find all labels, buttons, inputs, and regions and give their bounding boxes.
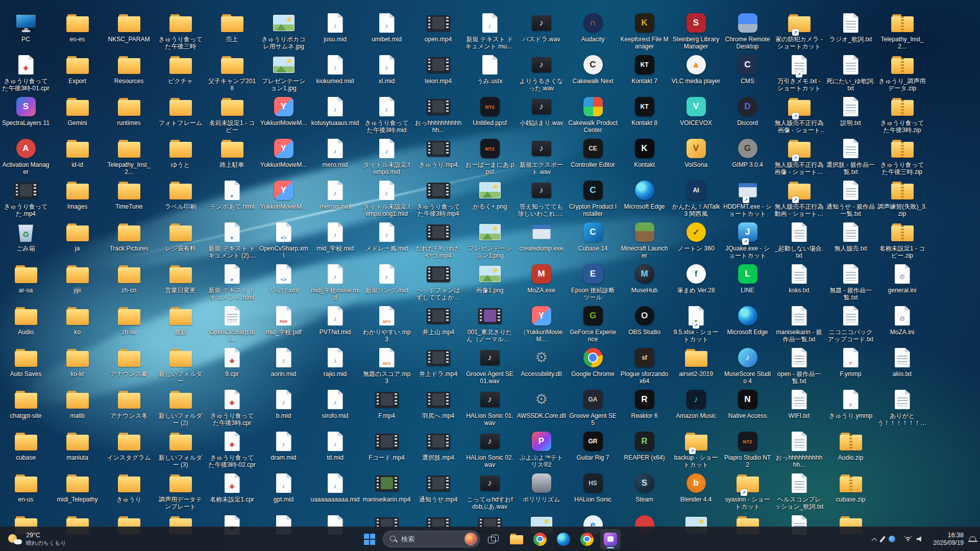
desktop-icon[interactable]: ksks.txt bbox=[773, 262, 825, 294]
desktop-icon[interactable]: ∩Audacity bbox=[567, 11, 619, 43]
desktop-icon[interactable]: Y（YukkuriMovieM... bbox=[516, 304, 567, 343]
desktop-icon[interactable]: NT2Untitled.ppsf bbox=[464, 95, 516, 127]
desktop-icon[interactable]: ♪Amazon Music bbox=[670, 388, 722, 419]
desktop-icon[interactable]: midi_Telepathy bbox=[52, 471, 103, 503]
desktop-icon[interactable]: Google Chrome bbox=[567, 346, 619, 378]
desktop-icon[interactable]: Audio.zip bbox=[825, 430, 876, 461]
desktop-icon[interactable]: ♪b.mid bbox=[258, 388, 309, 419]
search-input[interactable]: 検索 bbox=[383, 531, 480, 547]
desktop-icon[interactable]: きゅうり食ってた午後三時.zip bbox=[876, 137, 928, 176]
desktop-icon[interactable]: ♪PVTNd.mid bbox=[309, 304, 361, 336]
desktop-icon[interactable]: ♪sirofo.mid bbox=[309, 388, 361, 419]
desktop-icon[interactable]: TimeTune bbox=[103, 179, 155, 210]
desktop-icon[interactable]: ◆きゅうり食ってた午後3時.cpr bbox=[206, 388, 258, 427]
desktop-icon[interactable]: NNative Access bbox=[722, 388, 773, 419]
desktop-icon[interactable]: プレゼンテーション1.png bbox=[464, 220, 516, 259]
desktop-icon[interactable]: KTKontakt 8 bbox=[619, 95, 670, 127]
desktop-icon[interactable]: open.mp4 bbox=[412, 11, 464, 43]
desktop-icon[interactable]: ポリリリズム bbox=[516, 471, 567, 503]
desktop-icon[interactable]: ♪タイトル未設定.tempo.mid bbox=[361, 137, 412, 176]
desktop-icon[interactable]: maniseikarin.mp4 bbox=[361, 471, 412, 503]
active-app-taskbar-button[interactable] bbox=[600, 529, 621, 549]
desktop-icon[interactable]: ♪kotusytuaaus.mid bbox=[309, 95, 361, 127]
desktop-icon[interactable]: ♪タイトル未設定.tempo.ong1.mid bbox=[361, 179, 412, 217]
desktop-icon[interactable]: ラジオ_歌詞.txt bbox=[825, 11, 876, 43]
desktop-icon[interactable]: ♪uaaaaaaaaaa.mid bbox=[309, 471, 361, 503]
desktop-icon[interactable]: 父子キャンプ2018 bbox=[206, 53, 258, 92]
desktop-icon[interactable]: SSteinberg Library Manager bbox=[670, 11, 722, 50]
desktop-icon[interactable]: ar-sa bbox=[0, 262, 52, 294]
desktop-icon[interactable]: cubase.zip bbox=[825, 471, 876, 503]
desktop-icon[interactable]: NKSC_PARAM bbox=[103, 11, 155, 43]
desktop-icon[interactable]: es-es bbox=[52, 11, 103, 43]
desktop-icon[interactable]: ♪dram.mid bbox=[258, 430, 309, 461]
desktop-icon[interactable]: ⚙AWSSDK.Core.dll bbox=[516, 388, 567, 419]
desktop-icon[interactable]: ↗家の防犯カメラ - ショートカット bbox=[773, 11, 825, 50]
desktop-icon[interactable]: ありがとう！！！！！！.txt bbox=[876, 388, 928, 427]
desktop-icon[interactable]: akis.txt bbox=[876, 346, 928, 378]
desktop-icon[interactable]: OpenCvSharp.dll... bbox=[206, 304, 258, 343]
desktop-icon[interactable]: VVoiSona bbox=[670, 137, 722, 168]
desktop-icon[interactable]: 死にたい_ゆ歌詞.txt bbox=[825, 53, 876, 92]
clock[interactable]: 16:38 2025/09/19 bbox=[933, 531, 964, 547]
desktop-icon[interactable]: Auto Saves bbox=[0, 346, 52, 378]
desktop-icon[interactable]: YYukkuriMovieM... bbox=[258, 95, 309, 127]
desktop-icon[interactable]: OOBS Studio bbox=[619, 304, 670, 336]
desktop-icon[interactable]: 001_東北きりたん（ノーマル）_今じゃ... bbox=[464, 304, 516, 343]
start-button[interactable] bbox=[359, 529, 380, 549]
desktop-icon[interactable]: HSHALion Sonic bbox=[567, 471, 619, 503]
desktop-icon[interactable]: ニコニコバックアップコード.txt bbox=[825, 304, 876, 343]
desktop-icon[interactable]: きゅうり食ってた午後3時.mp4 bbox=[412, 179, 464, 217]
google-chrome-taskbar-button[interactable] bbox=[530, 529, 550, 549]
desktop-icon[interactable]: PC bbox=[0, 11, 52, 43]
desktop-icon[interactable]: Chrome Remote Desktop bbox=[722, 11, 773, 50]
desktop-icon[interactable]: ✓ノートン 360 bbox=[670, 220, 722, 252]
desktop-icon[interactable]: maniuta bbox=[52, 430, 103, 461]
desktop-icon[interactable]: Telepathy_Inst_2... bbox=[103, 137, 155, 176]
desktop-icon[interactable]: PDFmid_学校.pdf bbox=[258, 304, 309, 336]
desktop-icon[interactable]: CCMS bbox=[722, 53, 773, 85]
desktop-icon[interactable]: ♪mid_学校.mid bbox=[309, 220, 361, 252]
desktop-icon[interactable]: ⚙Accessibility.dll bbox=[516, 346, 567, 378]
desktop-icon[interactable]: きゅうり食ってた午後三時 bbox=[155, 11, 206, 50]
desktop-icon[interactable]: ⚙MoZA.ini bbox=[876, 304, 928, 336]
desktop-icon[interactable]: ヘルスコンプレッション_歌詞.txt bbox=[773, 471, 825, 510]
desktop-icon[interactable]: YYukkuriMovieM... bbox=[258, 179, 309, 210]
desktop-icon[interactable]: ♻ごみ箱 bbox=[0, 220, 52, 252]
desktop-icon[interactable]: アナウンス夏 bbox=[103, 346, 155, 378]
desktop-icon[interactable]: インスタグラム bbox=[103, 430, 155, 461]
desktop-icon[interactable]: createdump.exe bbox=[516, 220, 567, 252]
network-volume-button[interactable] bbox=[900, 533, 928, 545]
desktop-icon[interactable]: 通知うせ.mp4 bbox=[412, 471, 464, 503]
desktop-icon[interactable]: CCubase 14 bbox=[567, 220, 619, 252]
desktop-icon[interactable]: うみ.ustx bbox=[464, 53, 516, 85]
desktop-icon[interactable]: ♪こってゅhdすおfdsbぶあ.wav bbox=[464, 471, 516, 510]
desktop-icon[interactable]: DDiscord bbox=[722, 95, 773, 127]
desktop-icon[interactable]: 井上山.mp4 bbox=[412, 304, 464, 336]
desktop-icon[interactable]: NT2Piapro Studio NT2 bbox=[722, 430, 773, 468]
desktop-icon[interactable]: ♪新規エクスポート.wav bbox=[516, 137, 567, 176]
desktop-icon[interactable]: ♪メドレー風.mid bbox=[361, 220, 412, 252]
desktop-icon[interactable]: 路上駐車 bbox=[206, 137, 258, 168]
desktop-icon[interactable]: YYukkuriMovieM... bbox=[258, 137, 309, 168]
desktop-icon[interactable]: ♪Groove Agent SE 01.wav bbox=[464, 346, 516, 385]
notification-bell-icon[interactable] bbox=[969, 536, 976, 542]
desktop-icon[interactable]: ↗無人販売不正行為動画 - ショートカット bbox=[773, 179, 825, 217]
desktop-icon[interactable]: RReaktor 6 bbox=[619, 388, 670, 419]
desktop-icon[interactable]: zh-tw bbox=[103, 304, 155, 336]
desktop-icon[interactable]: 最新 bbox=[155, 304, 206, 336]
desktop-icon[interactable]: f筆まめ Ver.28 bbox=[670, 262, 722, 294]
desktop-icon[interactable]: cubase bbox=[0, 430, 52, 461]
desktop-icon[interactable]: ↗万引きメモ.txt - ショートカット bbox=[773, 53, 825, 92]
desktop-icon[interactable]: AActivation Manager bbox=[0, 137, 52, 176]
desktop-icon[interactable]: Gemini bbox=[52, 95, 103, 127]
desktop-icon[interactable]: CCrypton Product Installer bbox=[567, 179, 619, 217]
desktop-icon[interactable]: 無人販売.txt bbox=[825, 220, 876, 252]
desktop-icon[interactable]: 新しいフォルダー (3) bbox=[155, 430, 206, 468]
desktop-icon[interactable]: jijii bbox=[52, 262, 103, 294]
desktop-icon[interactable]: ♪aorin.mid bbox=[258, 346, 309, 378]
desktop-icon[interactable]: bBlender 4.4 bbox=[670, 471, 722, 503]
desktop-icon[interactable]: ♪MuseScore Studio 4 bbox=[722, 346, 773, 385]
desktop-icon[interactable]: SSteam bbox=[619, 471, 670, 503]
desktop-icon[interactable]: きゅうり食ってた午後3時.zip bbox=[876, 95, 928, 134]
